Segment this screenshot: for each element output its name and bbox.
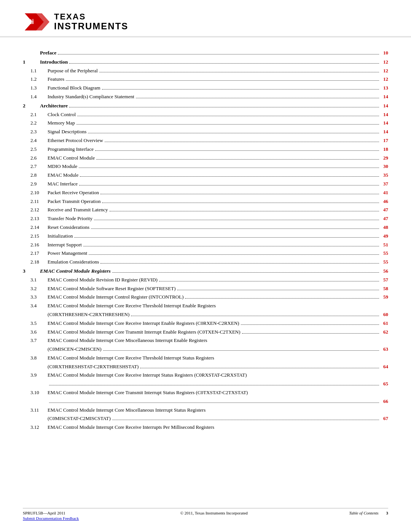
footer-doc-id: SPRUFL5B—April 2011 [23,511,79,515]
table-of-contents: Preface 10 1Introduction 12 1.1Purpose o… [0,37,411,455]
toc-2-1: 2.1Clock Control 14 [23,111,388,119]
footer-section-label: Table of Contents [349,511,378,515]
toc-preface-label: Preface [23,49,56,57]
toc-2-4: 2.4Ethernet Protocol Overview 17 [23,137,388,145]
toc-s1-header: 1Introduction 12 [23,58,388,66]
toc-2-18: 2.18Emulation Considerations 55 [23,258,388,266]
footer-left: SPRUFL5B—April 2011 Submit Documentation… [23,511,79,521]
toc-3-3: 3.3EMAC Control Module Interrupt Control… [23,293,388,301]
toc-dots [58,54,379,54]
toc-3-8: 3.8EMAC Control Module Interrupt Core Re… [23,354,388,371]
toc-2-12: 2.12Receive and Transmit Latency 47 [23,206,388,214]
toc-s2-header: 2Architecture 14 [23,102,388,110]
toc-2-3: 2.3Signal Descriptions 14 [23,128,388,136]
toc-1-4: 1.4Industry Standard(s) Compliance State… [23,93,388,101]
toc-preface-page: 10 [381,49,388,57]
logo-line2: Instruments [54,21,128,31]
toc-2-5: 2.5Programming Interface 18 [23,145,388,153]
toc-1-1: 1.1Purpose of the Peripheral 12 [23,67,388,75]
toc-2-2: 2.2Memory Map 14 [23,119,388,127]
toc-s1-label: 1Introduction [23,58,68,66]
toc-section-1: 1Introduction 12 1.1Purpose of the Perip… [23,58,388,101]
toc-2-17: 2.17Power Management 55 [23,249,388,257]
toc-2-16: 2.16Interrupt Support 51 [23,241,388,249]
toc-3-7: 3.7EMAC Control Module Interrupt Core Mi… [23,337,388,353]
toc-3-6: 3.6EMAC Control Module Interrupt Core Tr… [23,328,388,336]
toc-3-4: 3.4EMAC Control Module Interrupt Core Re… [23,302,388,319]
logo-line1: Texas [54,12,128,21]
toc-3-2: 3.2EMAC Control Module Software Reset Re… [23,285,388,293]
toc-section-2: 2Architecture 14 2.1Clock Control 14 2.2… [23,102,388,266]
toc-s3-header: 3EMAC Control Module Registers 56 [23,267,388,275]
toc-1-2: 1.2Features 12 [23,75,388,83]
toc-2-9: 2.9MAC Interface 37 [23,180,388,188]
toc-2-13: 2.13Transfer Node Priority 47 [23,215,388,223]
logo-container: ti Texas Instruments [23,11,388,32]
footer-right: Table of Contents 3 [349,511,388,515]
toc-3-10: 3.10EMAC Control Module Interrupt Core T… [23,389,388,406]
toc-2-10: 2.10Packet Receive Operation 41 [23,189,388,197]
toc-2-6: 2.6EMAC Control Module 29 [23,154,388,162]
toc-s1-page: 12 [381,58,388,66]
header: ti Texas Instruments [0,0,411,37]
toc-3-9: 3.9EMAC Control Module Interrupt Core Re… [23,371,388,388]
svg-text:ti: ti [30,18,34,26]
toc-1-3: 1.3Functional Block Diagram 13 [23,84,388,92]
toc-2-14: 2.14Reset Considerations 48 [23,224,388,232]
toc-2-7: 2.7MDIO Module 30 [23,163,388,171]
toc-3-1: 3.1EMAC Control Module Revision ID Regis… [23,276,388,284]
toc-3-5: 3.5EMAC Control Module Interrupt Core Re… [23,320,388,328]
toc-2-11: 2.11Packet Transmit Operation 46 [23,198,388,206]
toc-2-8: 2.8EMAC Module 35 [23,171,388,179]
toc-dots [69,63,379,64]
logo-text: Texas Instruments [54,12,128,32]
footer: SPRUFL5B—April 2011 Submit Documentation… [23,508,388,521]
toc-section-3: 3EMAC Control Module Registers 56 3.1EMA… [23,267,388,431]
toc-3-12: 3.12EMAC Control Module Interrupt Core R… [23,423,388,431]
toc-3-11: 3.11EMAC Control Module Interrupt Core M… [23,406,388,423]
ti-logo-icon: ti [23,11,49,32]
toc-preface: Preface 10 [23,49,388,57]
feedback-link[interactable]: Submit Documentation Feedback [23,516,79,521]
footer-page-number: 3 [386,511,389,515]
footer-center: © 2011, Texas Instruments Incorporated [79,511,349,515]
toc-2-15: 2.15Initialization 49 [23,232,388,240]
